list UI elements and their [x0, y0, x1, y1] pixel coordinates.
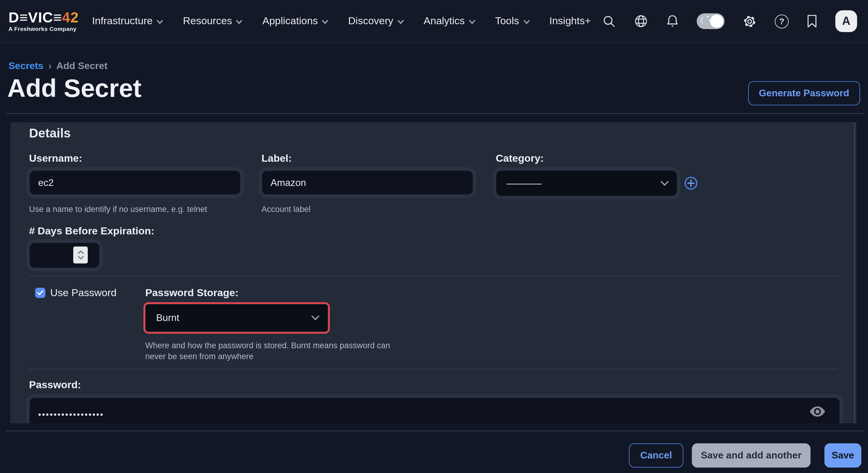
page-title: Add Secret: [7, 75, 141, 102]
nav-item-discovery[interactable]: Discovery: [348, 15, 403, 27]
settings-gear-icon[interactable]: [742, 13, 757, 29]
label-label: Label:: [261, 153, 292, 165]
generate-password-button[interactable]: Generate Password: [748, 81, 860, 106]
chevron-down-icon: [523, 20, 529, 24]
nav-item-tools[interactable]: Tools: [495, 15, 529, 27]
chevron-down-icon: [311, 315, 319, 321]
password-label: Password:: [29, 379, 81, 391]
category-value: ————: [507, 178, 540, 189]
add-category-icon[interactable]: [683, 176, 699, 191]
avatar[interactable]: A: [835, 10, 857, 32]
nav-label: Applications: [262, 15, 318, 27]
category-select[interactable]: ————: [496, 170, 677, 196]
breadcrumb-secrets-link[interactable]: Secrets: [8, 61, 43, 71]
help-icon[interactable]: ?: [775, 14, 789, 28]
dark-mode-toggle[interactable]: ☾ ✦ ✦: [697, 13, 724, 29]
checkmark-icon: [37, 290, 43, 296]
logo-subtitle: A Freshworks Company: [8, 26, 79, 32]
save-and-add-another-button[interactable]: Save and add another: [692, 443, 810, 468]
chevron-down-icon: [236, 20, 242, 24]
show-password-eye-icon[interactable]: [809, 406, 826, 420]
toggle-knob: [710, 14, 723, 28]
breadcrumb-separator: ›: [49, 61, 52, 71]
label-input[interactable]: [261, 170, 473, 195]
help-glyph: ?: [779, 17, 784, 26]
cancel-button[interactable]: Cancel: [629, 443, 683, 468]
use-password-label: Use Password: [50, 287, 117, 299]
password-storage-select[interactable]: Burnt: [145, 304, 328, 332]
section-divider: [29, 369, 838, 369]
section-divider: [29, 275, 838, 276]
bookmark-icon[interactable]: [806, 14, 818, 28]
password-storage-value: Burnt: [156, 313, 180, 323]
avatar-initial: A: [842, 14, 850, 28]
password-storage-label: Password Storage:: [145, 287, 239, 299]
password-storage-help: Where and how the password is stored. Bu…: [145, 341, 390, 362]
details-card: Details Username: Label: Category: ———— …: [10, 122, 857, 423]
nav-item-analytics[interactable]: Analytics: [424, 15, 475, 27]
nav-label: Analytics: [424, 15, 465, 27]
password-input[interactable]: [29, 397, 840, 423]
search-icon[interactable]: [602, 14, 616, 28]
notifications-bell-icon[interactable]: [666, 14, 679, 28]
chevron-down-icon: [322, 20, 328, 24]
nav-label: Tools: [495, 15, 519, 27]
nav-item-infrastructure[interactable]: Infrastructure: [92, 15, 163, 27]
stepper-up-icon[interactable]: [77, 250, 84, 254]
chevron-down-icon: [157, 20, 163, 24]
logo-wordmark: D≡VIC≡42: [8, 10, 79, 25]
breadcrumb: Secrets › Add Secret: [8, 61, 107, 71]
username-input[interactable]: [29, 170, 241, 195]
nav-label: Resources: [183, 15, 232, 27]
chevron-down-icon: [660, 180, 669, 186]
breadcrumb-current: Add Secret: [56, 61, 107, 71]
header-divider: [5, 113, 864, 114]
nav-label: Discovery: [348, 15, 393, 27]
label-help: Account label: [261, 204, 311, 215]
nav-item-insights[interactable]: Insights+: [549, 15, 591, 27]
days-before-expiration-label: # Days Before Expiration:: [29, 225, 154, 237]
topbar-actions: ☾ ✦ ✦ ? A: [602, 10, 857, 32]
logo-accent-42: 42: [62, 9, 79, 26]
top-navbar: D≡VIC≡42 A Freshworks Company Infrastruc…: [0, 0, 868, 43]
username-label: Username:: [29, 153, 82, 165]
footer-divider: [5, 431, 864, 431]
nav-item-resources[interactable]: Resources: [183, 15, 242, 27]
app-root: D≡VIC≡42 A Freshworks Company Infrastruc…: [0, 0, 868, 473]
chevron-down-icon: [469, 20, 475, 24]
number-stepper[interactable]: [73, 246, 88, 263]
globe-icon[interactable]: [634, 14, 648, 28]
days-before-expiration-input[interactable]: [29, 242, 100, 268]
chevron-down-icon: [398, 20, 404, 24]
password-storage-highlight: Burnt: [144, 302, 330, 334]
section-title: Details: [29, 126, 71, 141]
stepper-down-icon[interactable]: [77, 256, 84, 260]
nav-item-applications[interactable]: Applications: [262, 15, 328, 27]
use-password-checkbox[interactable]: [35, 288, 45, 298]
nav-label: Insights+: [549, 15, 591, 27]
device42-logo[interactable]: D≡VIC≡42 A Freshworks Company: [8, 10, 79, 32]
save-button[interactable]: Save: [825, 443, 861, 468]
category-label: Category:: [496, 153, 544, 165]
main-nav: Infrastructure Resources Applications Di…: [92, 15, 591, 27]
username-help: Use a name to identify if no username, e…: [29, 204, 207, 215]
nav-label: Infrastructure: [92, 15, 153, 27]
